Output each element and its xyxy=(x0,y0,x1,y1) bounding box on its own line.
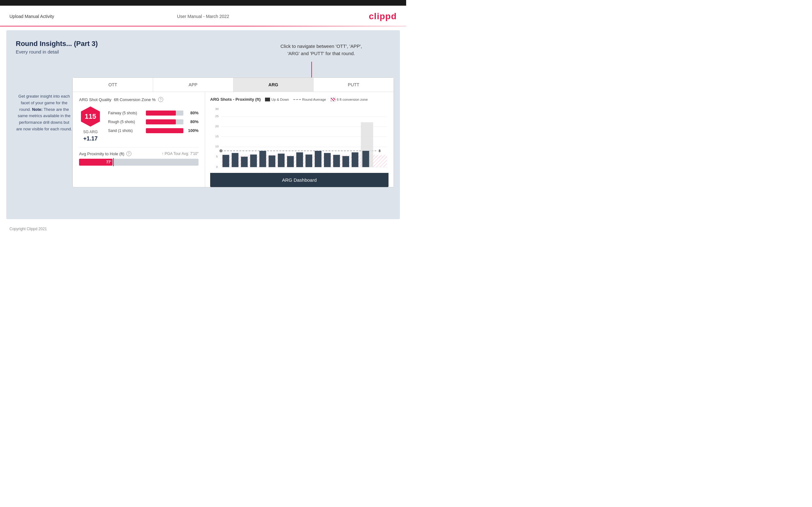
svg-text:5: 5 xyxy=(216,155,218,158)
proximity-title: Avg Proximity to Hole (ft) ? xyxy=(79,151,132,156)
svg-rect-33 xyxy=(315,151,321,167)
arg-header: 115 SG ARG +1.17 Fairway (5 shots) 80% xyxy=(79,105,199,142)
legend-6ft-label: 6 ft conversion zone xyxy=(337,98,368,101)
svg-point-20 xyxy=(219,149,222,153)
bar-container-rough xyxy=(146,119,184,124)
proximity-section: Avg Proximity to Hole (ft) ? ↑ PGA Tour … xyxy=(79,147,199,166)
sq-header: ARG Shot Quality 6ft Conversion Zone % ? xyxy=(79,97,199,102)
proximity-label: Avg Proximity to Hole (ft) xyxy=(79,152,124,156)
tab-app[interactable]: APP xyxy=(153,78,234,92)
hexagon: 115 xyxy=(79,105,102,128)
shot-pct-rough: 80% xyxy=(187,119,199,124)
chart-svg: 0 5 10 15 20 25 30 xyxy=(210,106,389,169)
insight-note: Note: xyxy=(32,107,43,112)
svg-rect-30 xyxy=(287,156,294,167)
legend-item-6ft: 6 ft conversion zone xyxy=(331,98,368,101)
svg-text:8: 8 xyxy=(379,149,380,153)
chart-area: 0 5 10 15 20 25 30 xyxy=(210,106,389,169)
arg-dashboard-button[interactable]: ARG Dashboard xyxy=(210,173,389,187)
shot-label-fairway: Fairway (5 shots) xyxy=(108,111,143,115)
shot-row-sand: Sand (1 shots) 100% xyxy=(108,128,199,133)
sg-arg-label: SG ARG xyxy=(83,130,98,134)
legend-sq-icon xyxy=(265,98,270,101)
proximity-info-icon[interactable]: ? xyxy=(126,151,132,156)
svg-text:30: 30 xyxy=(215,107,219,111)
tab-arg[interactable]: ARG xyxy=(234,78,314,92)
tab-putt[interactable]: PUTT xyxy=(313,78,394,92)
sq-title: ARG Shot Quality xyxy=(79,97,111,102)
chart-title: ARG Shots - Proximity (ft) xyxy=(210,97,261,102)
svg-rect-31 xyxy=(296,153,303,167)
svg-text:0: 0 xyxy=(216,165,218,168)
svg-rect-38 xyxy=(362,151,369,167)
nav-hint-line1: Click to navigate between 'OTT', 'APP', xyxy=(281,43,362,50)
svg-rect-27 xyxy=(259,151,266,167)
proximity-avg: ↑ PGA Tour Avg: 7'10" xyxy=(162,152,199,156)
svg-text:10: 10 xyxy=(215,145,219,148)
shot-label-rough: Rough (5 shots) xyxy=(108,120,143,124)
panel-body: ARG Shot Quality 6ft Conversion Zone % ?… xyxy=(73,92,394,187)
footer: Copyright Clippd 2021 xyxy=(0,223,406,235)
copyright: Copyright Clippd 2021 xyxy=(9,227,47,231)
svg-rect-32 xyxy=(306,155,312,167)
svg-rect-34 xyxy=(324,153,331,167)
shot-pct-sand: 100% xyxy=(187,128,199,133)
tab-ott[interactable]: OTT xyxy=(73,78,153,92)
insight-text: Get greater insight into each facet of y… xyxy=(16,93,72,132)
legend-roundavg-label: Round Average xyxy=(302,98,326,101)
bar-fill-fairway xyxy=(146,111,176,116)
sq-subtitle: 6ft Conversion Zone % xyxy=(114,97,156,102)
svg-rect-23 xyxy=(222,155,229,167)
shot-quality-bars: Fairway (5 shots) 80% Rough (5 shots) xyxy=(108,111,199,137)
shot-label-sand: Sand (1 shots) xyxy=(108,128,143,133)
legend-hatched-icon xyxy=(331,98,336,101)
svg-rect-35 xyxy=(333,155,340,167)
upload-label[interactable]: Upload Manual Activity xyxy=(9,14,54,19)
top-bar xyxy=(0,0,406,6)
bar-container-fairway xyxy=(146,111,184,116)
bar-fill-sand xyxy=(146,128,184,133)
legend-item-round-avg: Round Average xyxy=(293,98,326,101)
proximity-header: Avg Proximity to Hole (ft) ? ↑ PGA Tour … xyxy=(79,151,199,156)
main-content: Round Insights... (Part 3) Every round i… xyxy=(6,30,400,219)
info-icon[interactable]: ? xyxy=(158,97,163,102)
proximity-bar-container: 77' xyxy=(79,159,199,166)
legend-item-updown: Up & Down xyxy=(265,98,289,101)
svg-text:25: 25 xyxy=(215,114,219,118)
proximity-bar-marker xyxy=(113,158,114,166)
chart-header: ARG Shots - Proximity (ft) Up & Down Rou… xyxy=(210,97,389,102)
hexagon-container: 115 SG ARG +1.17 xyxy=(79,105,102,142)
svg-rect-36 xyxy=(343,156,349,167)
hexagon-value: 115 xyxy=(85,112,96,121)
svg-rect-26 xyxy=(250,155,257,167)
arg-panel: OTT APP ARG PUTT ARG Shot Quality 6ft Co… xyxy=(72,77,394,187)
svg-rect-24 xyxy=(232,153,238,167)
proximity-bar-fill: 77' xyxy=(79,159,112,166)
shot-row-rough: Rough (5 shots) 80% xyxy=(108,119,199,124)
bar-container-sand xyxy=(146,128,184,133)
header-divider xyxy=(0,26,406,26)
shot-row-fairway: Fairway (5 shots) 80% xyxy=(108,111,199,116)
header: Upload Manual Activity User Manual - Mar… xyxy=(0,6,406,26)
svg-text:20: 20 xyxy=(215,124,219,128)
legend-updown-label: Up & Down xyxy=(271,98,289,101)
doc-label: User Manual - March 2022 xyxy=(177,14,230,19)
svg-rect-29 xyxy=(278,154,285,167)
logo: clippd xyxy=(369,11,397,21)
panel-right: ARG Shots - Proximity (ft) Up & Down Rou… xyxy=(205,92,394,187)
panel-left: ARG Shot Quality 6ft Conversion Zone % ?… xyxy=(73,92,205,187)
svg-rect-25 xyxy=(241,157,248,167)
svg-rect-37 xyxy=(352,153,358,167)
svg-rect-28 xyxy=(268,156,275,167)
shot-pct-fairway: 80% xyxy=(187,111,199,115)
tabs-row: OTT APP ARG PUTT xyxy=(73,78,394,92)
nav-hint-line2: 'ARG' and 'PUTT' for that round. xyxy=(281,50,362,57)
legend-dashed-icon xyxy=(293,99,301,100)
proximity-bar-value: 77' xyxy=(106,160,111,164)
bar-fill-rough xyxy=(146,119,176,124)
svg-text:15: 15 xyxy=(215,134,219,138)
sg-arg-value: +1.17 xyxy=(83,135,98,142)
nav-hint: Click to navigate between 'OTT', 'APP', … xyxy=(281,43,362,57)
